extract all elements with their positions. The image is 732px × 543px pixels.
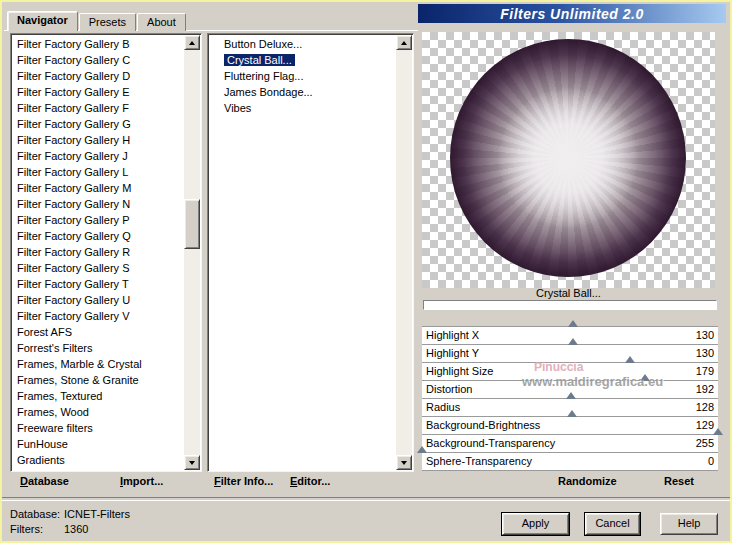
param-row[interactable]: Highlight Size179 [422,363,718,381]
slider-thumb-icon[interactable] [568,320,578,327]
param-value: 255 [696,435,714,452]
filter-item-label: Vibes [224,102,251,114]
scrollbar-thumb[interactable] [184,199,200,249]
slider-thumb-icon[interactable] [566,392,576,399]
category-list: Filter Factory Gallery BFilter Factory G… [13,36,184,469]
filter-item[interactable]: Vibes [210,100,396,116]
arrow-down-icon [401,461,407,465]
category-item[interactable]: Filter Factory Gallery V [13,308,184,324]
tab-navigator[interactable]: Navigator [7,11,78,31]
filters-unlimited-dialog: Filters Unlimited 2.0 Navigator Presets … [0,0,732,543]
param-value: 130 [696,327,714,344]
tab-bar: Navigator Presets About [7,11,187,31]
filter-item[interactable]: Crystal Ball... [210,52,396,68]
filter-item[interactable]: Button Deluxe... [210,36,396,52]
slider-thumb-icon[interactable] [625,356,635,363]
category-item[interactable]: Filter Factory Gallery U [13,292,184,308]
filter-item-selected-label: Crystal Ball... [224,54,295,66]
category-item[interactable]: Filter Factory Gallery S [13,260,184,276]
filter-item[interactable]: James Bondage... [210,84,396,100]
param-label: Highlight X [422,329,479,341]
window-title: Filters Unlimited 2.0 [500,6,644,22]
filter-item[interactable]: Fluttering Flag... [210,68,396,84]
category-item[interactable]: Filter Factory Gallery J [13,148,184,164]
param-row[interactable]: Background-Brightness129 [422,417,718,435]
status-filters-label: Filters: [10,523,64,535]
param-row[interactable]: Highlight Y130 [422,345,718,363]
scroll-up-button[interactable] [396,35,412,50]
database-button[interactable]: Database [20,475,69,490]
tab-presets[interactable]: Presets [79,13,136,31]
category-item[interactable]: Filter Factory Gallery Q [13,228,184,244]
filter-item-label: Button Deluxe... [224,38,302,50]
cancel-button[interactable]: Cancel [585,513,640,535]
category-item[interactable]: Frames, Textured [13,388,184,404]
tab-about[interactable]: About [137,13,186,31]
filter-info-button[interactable]: Filter Info... [214,475,273,490]
category-item[interactable]: Frames, Wood [13,404,184,420]
status-database-value: ICNET-Filters [64,508,130,520]
slider-thumb-icon[interactable] [417,446,427,453]
param-value: 128 [696,399,714,416]
divider [2,497,730,501]
arrow-down-icon [189,461,195,465]
arrow-up-icon [401,41,407,45]
category-item[interactable]: Filter Factory Gallery B [13,36,184,52]
param-label: Distortion [422,383,472,395]
crystal-ball-preview-image [450,39,686,277]
help-button[interactable]: Help [660,513,718,535]
category-listbox: Filter Factory Gallery BFilter Factory G… [10,33,202,472]
category-item[interactable]: Filter Factory Gallery H [13,132,184,148]
apply-button[interactable]: Apply [502,513,569,535]
category-item[interactable]: Frames, Stone & Granite [13,372,184,388]
category-item[interactable]: Filter Factory Gallery N [13,196,184,212]
scroll-up-button[interactable] [184,35,200,50]
arrow-up-icon [189,41,195,45]
category-scrollbar[interactable] [184,35,200,470]
category-item[interactable]: Filter Factory Gallery P [13,212,184,228]
category-item[interactable]: Freeware filters [13,420,184,436]
category-item[interactable]: FunHouse [13,436,184,452]
category-item[interactable]: Filter Factory Gallery R [13,244,184,260]
filter-scrollbar[interactable] [396,35,412,470]
category-item[interactable]: Filter Factory Gallery M [13,180,184,196]
status-database-label: Database: [10,508,64,520]
category-item[interactable]: Filter Factory Gallery L [13,164,184,180]
category-item[interactable]: Frames, Marble & Crystal [13,356,184,372]
filter-list: Button Deluxe...Crystal Ball...Flutterin… [210,36,396,469]
param-list: Highlight X130Highlight Y130Highlight Si… [422,326,718,471]
param-label: Background-Transparency [422,437,555,449]
category-item[interactable]: Gradients [13,452,184,468]
slider-thumb-icon[interactable] [713,428,723,435]
param-label: Background-Brightness [422,419,540,431]
title-bar: Filters Unlimited 2.0 [418,4,726,23]
progress-bar [423,300,717,310]
import-button[interactable]: Import... [120,475,163,490]
status-filters-value: 1360 [64,523,88,535]
status-database: Database:ICNET-Filters [10,508,130,520]
category-item[interactable]: Forrest's Filters [13,340,184,356]
slider-thumb-icon[interactable] [568,338,578,345]
param-row[interactable]: Background-Transparency255 [422,435,718,453]
category-item[interactable]: Filter Factory Gallery F [13,100,184,116]
filter-listbox: Button Deluxe...Crystal Ball...Flutterin… [207,33,414,472]
randomize-button[interactable]: Randomize [558,475,617,490]
scroll-down-button[interactable] [184,455,200,470]
category-item[interactable]: Filter Factory Gallery T [13,276,184,292]
filter-preview [422,32,715,288]
category-item[interactable]: Filter Factory Gallery D [13,68,184,84]
param-label: Highlight Size [422,365,493,377]
param-value: 0 [708,453,714,470]
param-label: Radius [422,401,460,413]
reset-button[interactable]: Reset [664,475,694,490]
param-value: 129 [696,417,714,434]
slider-thumb-icon[interactable] [567,410,577,417]
category-item[interactable]: Filter Factory Gallery C [13,52,184,68]
category-item[interactable]: Filter Factory Gallery G [13,116,184,132]
scroll-down-button[interactable] [396,455,412,470]
category-item[interactable]: Filter Factory Gallery E [13,84,184,100]
param-row[interactable]: Sphere-Transparency0 [422,453,718,471]
category-item[interactable]: Forest AFS [13,324,184,340]
slider-thumb-icon[interactable] [640,374,650,381]
editor-button[interactable]: Editor... [290,475,330,490]
